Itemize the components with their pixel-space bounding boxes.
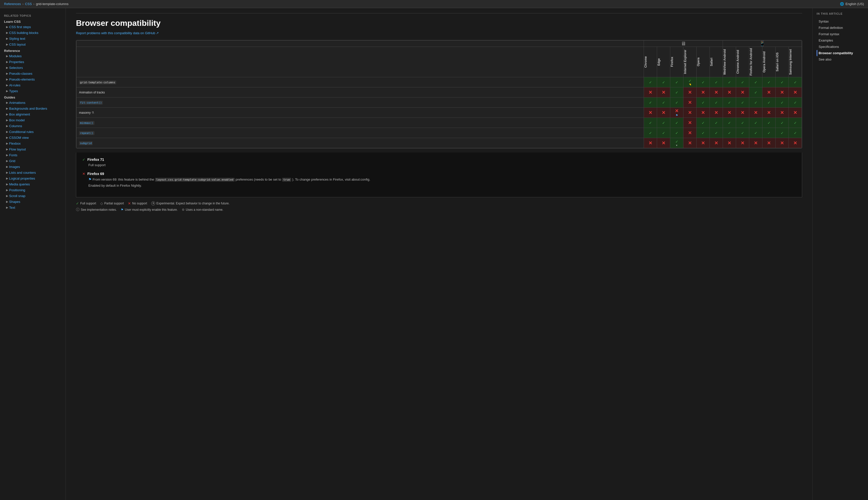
no-icon: ✕ bbox=[780, 110, 784, 115]
legend-exp-icon: ⚗ bbox=[151, 201, 155, 205]
no-icon: ✕ bbox=[688, 120, 692, 125]
sidebar-item-css-first-steps[interactable]: ▶ CSS first steps bbox=[0, 24, 66, 30]
support-cell: ✕ bbox=[710, 107, 723, 118]
support-cell: ✓ bbox=[710, 98, 723, 107]
legend-no-support: ✕ No support bbox=[128, 201, 147, 205]
no-icon: ✕ bbox=[688, 110, 692, 115]
support-cell: ✕ bbox=[776, 87, 789, 98]
platform-header-row: 🖥 📱 bbox=[77, 41, 802, 47]
support-cell: ✓ bbox=[657, 77, 670, 87]
no-icon: ✕ bbox=[741, 90, 744, 95]
sidebar-item-selectors[interactable]: ▶ Selectors bbox=[0, 65, 66, 71]
detail-item-firefox69: ✕ Firefox 69 ⚑ From version 69: this fea… bbox=[82, 172, 796, 188]
sidebar-item-pseudo-elements[interactable]: ▶ Pseudo-elements bbox=[0, 77, 66, 82]
support-cell: ✓ bbox=[749, 87, 762, 98]
support-cell: ✕ bbox=[697, 138, 710, 148]
toc-item-formal-def[interactable]: Formal definition bbox=[817, 25, 864, 31]
sidebar-item-logical-properties[interactable]: ▶ Logical properties bbox=[0, 175, 66, 181]
support-cell: ✕ bbox=[789, 87, 802, 98]
no-icon: ✕ bbox=[648, 90, 652, 95]
sidebar-item-pseudo-classes[interactable]: ▶ Pseudo-classes bbox=[0, 71, 66, 77]
toc-title: IN THIS ARTICLE bbox=[817, 12, 864, 15]
support-cell: ✕ bbox=[683, 138, 697, 148]
toc-item-syntax[interactable]: Syntax bbox=[817, 18, 864, 25]
breadcrumb-references[interactable]: References bbox=[4, 2, 21, 6]
sidebar-item-shapes[interactable]: ▶ Shapes bbox=[0, 199, 66, 205]
legend-flag-label: User must explicitly enable this feature… bbox=[125, 208, 178, 212]
sidebar-item-css-layout[interactable]: ▶ CSS layout bbox=[0, 42, 66, 47]
sidebar-item-properties[interactable]: ▶ Properties bbox=[0, 59, 66, 65]
toc-item-examples[interactable]: Examples bbox=[817, 37, 864, 44]
support-cell: ✕ bbox=[644, 107, 657, 118]
x-icon: ✕ bbox=[82, 172, 85, 176]
compat-table-wrapper: 🖥 📱 Chrome Edge bbox=[76, 40, 802, 148]
sidebar-item-images[interactable]: ▶ Images bbox=[0, 164, 66, 170]
sidebar-item-cssom-view[interactable]: ▶ CSSOM view bbox=[0, 135, 66, 140]
legend: ✓ Full support ◇ Partial support ✕ No su… bbox=[76, 201, 802, 205]
arrow-icon: ▶ bbox=[6, 200, 8, 203]
feature-cell: subgrid bbox=[77, 138, 644, 148]
no-icon: ✕ bbox=[701, 110, 705, 115]
sidebar-item-at-rules[interactable]: ▶ At-rules bbox=[0, 82, 66, 88]
right-toc: IN THIS ARTICLE Syntax Formal definition… bbox=[812, 8, 868, 500]
sidebar-item-flexbox[interactable]: ▶ Flexbox bbox=[0, 140, 66, 146]
support-cell: ✓ bbox=[776, 118, 789, 128]
sidebar-item-types[interactable]: ▶ Types bbox=[0, 88, 66, 94]
sidebar-item-styling-text[interactable]: ▶ Styling text bbox=[0, 36, 66, 42]
edge-header: Edge bbox=[657, 47, 670, 77]
no-icon: ✕ bbox=[701, 90, 705, 95]
desktop-platform-header: 🖥 bbox=[644, 41, 723, 47]
sidebar-item-conditional-rules[interactable]: ▶ Conditional rules bbox=[0, 129, 66, 135]
legend-2: ⓘ See implementation notes. ⚑ User must … bbox=[76, 207, 802, 212]
support-cell: ✓ bbox=[749, 98, 762, 107]
support-cell[interactable]: ✓▼ bbox=[670, 138, 683, 148]
sidebar-item-css-building-blocks[interactable]: ▶ CSS building blocks bbox=[0, 30, 66, 36]
sidebar-item-positioning[interactable]: ▶ Positioning bbox=[0, 187, 66, 193]
sidebar-item-box-alignment[interactable]: ▶ Box alignment bbox=[0, 112, 66, 117]
breadcrumb-css[interactable]: CSS bbox=[25, 2, 32, 6]
toc-item-formal-syntax[interactable]: Formal syntax bbox=[817, 31, 864, 37]
sidebar-item-box-model[interactable]: ▶ Box model bbox=[0, 117, 66, 123]
compat-github-link[interactable]: Report problems with this compatibility … bbox=[76, 31, 159, 35]
arrow-icon: ▶ bbox=[6, 189, 8, 192]
language-selector[interactable]: 🌐 English (US) bbox=[840, 2, 864, 6]
toc-item-browser-compat[interactable]: Browser compatibility bbox=[817, 50, 864, 56]
sidebar-item-grid[interactable]: ▶ Grid bbox=[0, 158, 66, 164]
sidebar-item-modules[interactable]: ▶ Modules bbox=[0, 53, 66, 59]
sidebar-item-flow-layout[interactable]: ▶ Flow layout bbox=[0, 146, 66, 152]
sidebar-item-lists-counters[interactable]: ▶ Lists and counters bbox=[0, 170, 66, 175]
arrow-icon: ▶ bbox=[6, 25, 8, 29]
no-icon: ✕ bbox=[728, 90, 731, 95]
feature-cell: masonry ⚗ bbox=[77, 107, 644, 118]
feature-cell: repeat() bbox=[77, 128, 644, 138]
sidebar-item-text[interactable]: ▶ Text bbox=[0, 205, 66, 211]
detail-flag-text: ⚑ From version 69: this feature is behin… bbox=[82, 177, 796, 182]
support-cell: ✓ bbox=[644, 77, 657, 87]
legend-full-label: Full support bbox=[80, 202, 96, 205]
sidebar-item-media-queries[interactable]: ▶ Media queries bbox=[0, 181, 66, 187]
flag-icon: ⚑ bbox=[88, 177, 92, 181]
top-bar: References › CSS › grid-template-columns… bbox=[0, 0, 868, 8]
sidebar-item-scroll-snap[interactable]: ▶ Scroll snap bbox=[0, 193, 66, 199]
support-cell: ✓ bbox=[789, 77, 802, 87]
toc-item-specifications[interactable]: Specifications bbox=[817, 44, 864, 50]
sidebar-item-backgrounds-borders[interactable]: ▶ Backgrounds and Borders bbox=[0, 106, 66, 112]
arrow-icon: ▶ bbox=[6, 171, 8, 174]
table-row: minmax()✓✓✓✕✓✓✓✓✓✓✓✓ bbox=[77, 118, 802, 128]
no-icon: ✕ bbox=[688, 100, 692, 105]
feature-header bbox=[77, 41, 644, 47]
no-icon: ✕ bbox=[728, 140, 731, 146]
feature-cell: minmax() bbox=[77, 118, 644, 128]
support-cell: ✕ bbox=[657, 107, 670, 118]
globe-icon: 🌐 bbox=[840, 2, 844, 6]
toc-item-see-also[interactable]: See also bbox=[817, 56, 864, 62]
sidebar-item-columns[interactable]: ▶ Columns bbox=[0, 123, 66, 129]
sidebar-item-fonts[interactable]: ▶ Fonts bbox=[0, 152, 66, 158]
yes-icon: ✓ bbox=[702, 101, 705, 105]
sidebar-item-animations[interactable]: ▶ Animations bbox=[0, 100, 66, 106]
detail-header-71: ✓ Firefox 71 bbox=[82, 158, 796, 162]
yes-icon: ✓ bbox=[662, 121, 665, 125]
table-row: fit-content()✓✓✓✕✓✓✓✓✓✓✓✓ bbox=[77, 98, 802, 107]
arrow-icon: ▶ bbox=[6, 55, 8, 58]
support-cell: ✕ bbox=[762, 87, 776, 98]
